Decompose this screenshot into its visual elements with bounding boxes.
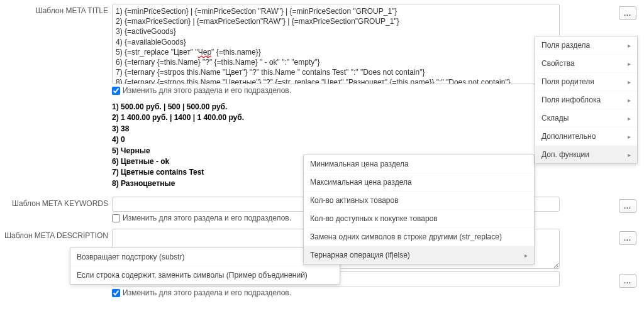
functions-menu-item-label: Кол-во активных товаров [310, 196, 399, 205]
title-subsections-checkbox[interactable] [112, 87, 120, 95]
meta-title-ellipsis-button[interactable]: ... [619, 6, 636, 20]
functions-menu-item-label: Минимальная цена раздела [310, 160, 409, 168]
main-menu-item-label: Доп. функции [541, 150, 589, 159]
functions-menu-item[interactable]: Замена одних символов в строке другими (… [304, 228, 534, 246]
meta-keywords-label: Шаблон META KEYWORDS [0, 197, 112, 208]
ternary-submenu: Возвращает подстроку (substr)Если строка… [70, 248, 340, 285]
main-menu-item[interactable]: Поля инфоблока▸ [535, 91, 637, 109]
main-menu-item[interactable]: Поля родителя▸ [535, 73, 637, 91]
ternary-menu-item-label: Если строка содержит, заменить символы (… [77, 271, 308, 280]
functions-menu-item-label: Максимальная цена раздела [310, 178, 412, 187]
main-menu-item-label: Свойства [541, 59, 575, 68]
heading-subsections-label: Изменить для этого раздела и его подразд… [123, 288, 291, 297]
main-menu-item-label: Поля родителя [541, 77, 594, 86]
title-subsections-label: Изменить для этого раздела и его подразд… [123, 86, 291, 95]
functions-menu-item-label: Тернарная операция (if|else) [310, 251, 410, 259]
heading-subsections-checkbox[interactable] [112, 289, 120, 297]
functions-menu-item[interactable]: Тернарная операция (if|else)▸ [304, 246, 534, 264]
chevron-right-icon: ▸ [628, 115, 631, 122]
functions-menu-item-label: Кол-во доступных к покупке товаров [310, 214, 438, 223]
main-menu-item-label: Поля раздела [541, 41, 590, 50]
functions-menu-item[interactable]: Кол-во доступных к покупке товаров [304, 210, 534, 228]
chevron-right-icon: ▸ [628, 97, 631, 104]
main-menu-item[interactable]: Дополнительно▸ [535, 128, 637, 146]
functions-menu-item[interactable]: Кол-во активных товаров [304, 192, 534, 210]
functions-menu-item[interactable]: Максимальная цена раздела [304, 173, 534, 192]
functions-menu-item[interactable]: Минимальная цена раздела [304, 155, 534, 173]
chevron-right-icon: ▸ [628, 79, 631, 85]
chevron-right-icon: ▸ [628, 60, 631, 67]
ternary-menu-item-label: Возвращает подстроку (substr) [77, 253, 185, 261]
main-menu-item-label: Дополнительно [541, 132, 596, 141]
keywords-subsections-label: Изменить для этого раздела и его подразд… [123, 214, 291, 222]
main-menu-item[interactable]: Свойства▸ [535, 55, 637, 73]
meta-description-label: Шаблон META DESCRIPTION [0, 229, 112, 240]
meta-title-input[interactable]: 1) {=minPriceSection} | {=minPriceSectio… [112, 4, 560, 84]
ternary-menu-item[interactable]: Если строка содержит, заменить символы (… [70, 266, 340, 284]
meta-keywords-ellipsis-button[interactable]: ... [619, 199, 636, 213]
keywords-subsections-checkbox[interactable] [112, 214, 120, 222]
main-menu-item[interactable]: Поля раздела▸ [535, 36, 637, 55]
main-dropdown-menu: Поля раздела▸Свойства▸Поля родителя▸Поля… [535, 36, 638, 164]
functions-submenu: Минимальная цена разделаМаксимальная цен… [303, 155, 535, 264]
main-menu-item[interactable]: Склады▸ [535, 109, 637, 128]
chevron-right-icon: ▸ [628, 42, 631, 49]
chevron-right-icon: ▸ [628, 133, 631, 140]
chevron-right-icon: ▸ [628, 151, 631, 158]
heading-ellipsis-button[interactable]: ... [619, 274, 636, 288]
main-menu-item-label: Поля инфоблока [541, 95, 601, 104]
main-menu-item-label: Склады [541, 114, 569, 123]
meta-title-label: Шаблон META TITLE [0, 4, 112, 15]
functions-menu-item-label: Замена одних символов в строке другими (… [310, 232, 502, 241]
chevron-right-icon: ▸ [525, 252, 528, 259]
meta-description-ellipsis-button[interactable]: ... [619, 231, 636, 245]
main-menu-item[interactable]: Доп. функции▸ [535, 146, 637, 163]
ternary-menu-item[interactable]: Возвращает подстроку (substr) [70, 248, 340, 266]
